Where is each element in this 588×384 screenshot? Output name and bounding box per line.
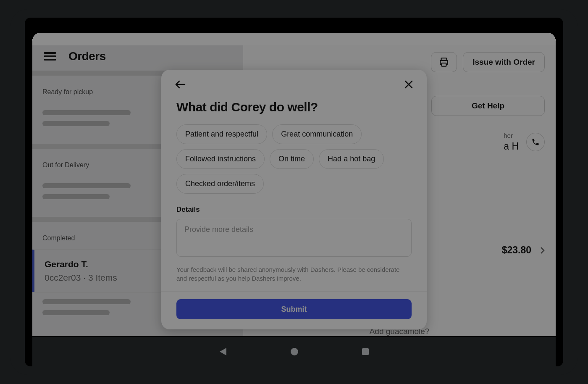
nav-back-icon[interactable]: [219, 347, 227, 356]
tablet-screen: Orders Ready for pickup Out for Delivery…: [25, 18, 563, 366]
nav-recent-icon[interactable]: [362, 348, 369, 355]
svg-rect-4: [362, 348, 369, 355]
tablet-frame: Orders Ready for pickup Out for Delivery…: [10, 9, 578, 375]
svg-point-3: [291, 348, 298, 355]
android-nav-bar: [32, 337, 556, 366]
modal-overlay[interactable]: [32, 33, 556, 336]
app-window: Orders Ready for pickup Out for Delivery…: [32, 33, 556, 336]
nav-home-icon[interactable]: [290, 347, 299, 356]
